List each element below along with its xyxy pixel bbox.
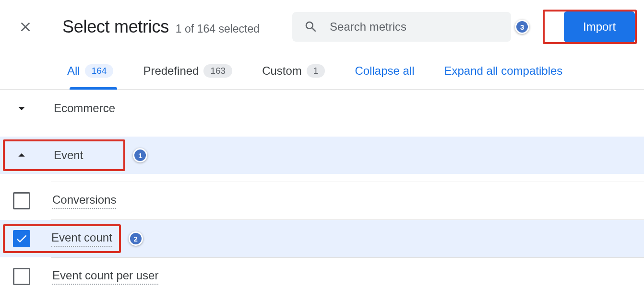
search-icon [304, 20, 318, 34]
metrics-list: Ecommerce Event 1 Conversions Event coun… [0, 90, 644, 288]
tab-custom[interactable]: Custom 1 [262, 64, 325, 89]
tab-custom-label: Custom [262, 64, 302, 78]
selection-count: 1 of 164 selected [176, 23, 260, 35]
collapse-all-button[interactable]: Collapse all [355, 64, 414, 89]
page-title: Select metrics [62, 17, 169, 37]
close-icon [18, 19, 33, 35]
tab-custom-count: 1 [307, 64, 325, 78]
tab-all-label: All [67, 64, 80, 78]
search-field[interactable] [292, 12, 511, 42]
expand-all-button[interactable]: Expand all compatibles [444, 64, 563, 89]
category-event-label: Event [54, 149, 83, 162]
tab-predefined-count: 163 [203, 64, 232, 78]
event-count-checkbox[interactable] [13, 230, 30, 247]
step-1-badge: 1 [133, 148, 147, 162]
event-count-highlight-box: Event count [3, 224, 121, 253]
chevron-down-icon [12, 98, 32, 118]
tabs-bar: All 164 Predefined 163 Custom 1 Collapse… [0, 54, 644, 90]
metric-event-count-per-user-label: Event count per user [52, 269, 158, 285]
close-button[interactable] [13, 15, 37, 39]
search-input[interactable] [330, 20, 500, 34]
category-event[interactable]: Event 1 [0, 137, 644, 174]
step-3-badge: 3 [515, 20, 529, 34]
metric-event-count[interactable]: Event count 2 [0, 220, 644, 257]
tab-all[interactable]: All 164 [67, 64, 113, 89]
tab-predefined[interactable]: Predefined 163 [143, 64, 232, 89]
title-wrap: Select metrics 1 of 164 selected [62, 17, 260, 37]
event-count-per-user-checkbox[interactable] [13, 268, 30, 285]
header: Select metrics 1 of 164 selected 3 Impor… [0, 0, 644, 54]
metric-event-count-label: Event count [51, 231, 112, 247]
event-highlight-box: Event [3, 139, 125, 171]
conversions-checkbox[interactable] [13, 192, 30, 209]
tab-predefined-label: Predefined [143, 64, 199, 78]
metric-conversions-label: Conversions [52, 193, 116, 209]
category-ecommerce[interactable]: Ecommerce [0, 90, 644, 127]
category-ecommerce-label: Ecommerce [54, 102, 115, 115]
metric-event-count-per-user[interactable]: Event count per user [0, 258, 644, 288]
import-highlight-box: Import [543, 10, 637, 44]
metric-conversions[interactable]: Conversions [0, 182, 644, 219]
check-icon [15, 232, 28, 245]
tab-all-count: 164 [85, 64, 114, 78]
import-button[interactable]: Import [564, 12, 635, 42]
step-2-badge: 2 [129, 231, 143, 246]
chevron-up-icon [12, 145, 32, 165]
